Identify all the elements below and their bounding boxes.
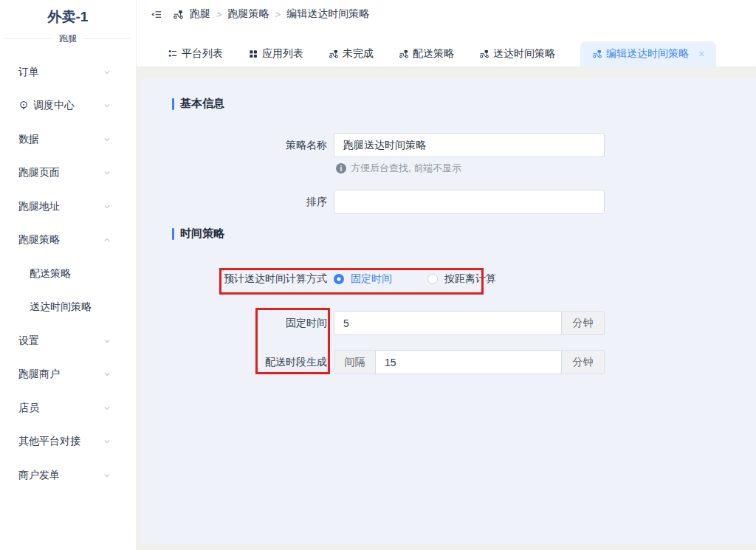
sidebar-item-label: 设置 <box>18 334 39 348</box>
interval-label: 配送时段生成 <box>142 356 327 369</box>
chevron-down-icon <box>103 437 111 446</box>
sidebar-item-paotui-address[interactable]: 跑腿地址 <box>0 190 136 224</box>
fixed-time-label: 固定时间 <box>142 317 327 330</box>
section-title-time-strategy: 时间策略 <box>172 227 224 241</box>
strategy-name-hint: i 方便后台查找, 前端不显示 <box>336 162 461 175</box>
section-title-basic-info: 基本信息 <box>172 97 224 111</box>
scooter-icon <box>329 49 339 59</box>
sidebar: 外卖-1 跑腿 订单 调度中心 数据 跑腿页面 <box>0 0 137 550</box>
sidebar-item-label: 店员 <box>18 402 39 415</box>
content-card: 基本信息 策略名称 i 方便后台查找, 前端不显示 排序 时间策略 预计送达时间… <box>142 79 756 544</box>
menu-fold-icon[interactable] <box>151 9 162 20</box>
divider <box>84 38 131 39</box>
tab-arrival-time-strategy[interactable]: 送达时间策略 <box>479 41 555 66</box>
tab-label: 编辑送达时间策略 <box>606 47 689 61</box>
chevron-down-icon <box>103 404 111 413</box>
sort-label: 排序 <box>142 196 327 209</box>
sidebar-menu: 订单 调度中心 数据 跑腿页面 跑腿地址 <box>0 55 136 492</box>
list-icon <box>168 49 178 59</box>
strategy-name-input[interactable] <box>334 133 605 157</box>
strategy-name-label: 策略名称 <box>142 139 327 152</box>
tab-unfinished[interactable]: 未完成 <box>329 41 374 66</box>
sidebar-item-label: 其他平台对接 <box>18 435 80 448</box>
sidebar-item-dispatch-center[interactable]: 调度中心 <box>0 89 136 123</box>
unit-addon: 分钟 <box>562 311 605 335</box>
chevron-down-icon <box>103 337 111 346</box>
radio-selected-icon[interactable] <box>334 274 344 284</box>
sidebar-item-settings[interactable]: 设置 <box>0 324 136 358</box>
section-title-label: 基本信息 <box>180 97 224 111</box>
breadcrumb: 跑腿 > 跑腿策略 > 编辑送达时间策略 <box>137 0 756 21</box>
tab-label: 送达时间策略 <box>493 47 555 61</box>
radio-option-by-distance[interactable]: 按距离计算 <box>427 272 496 286</box>
chevron-down-icon <box>103 370 111 379</box>
unit-addon: 分钟 <box>562 350 605 374</box>
sidebar-item-arrival-time-strategy[interactable]: 送达时间策略 <box>0 291 136 325</box>
section-accent-bar <box>172 98 174 110</box>
sidebar-item-paotui-strategy[interactable]: 跑腿策略 <box>0 224 136 258</box>
sidebar-item-merchant-order[interactable]: 商户发单 <box>0 458 136 492</box>
divider <box>4 38 52 39</box>
tab-label: 配送策略 <box>413 47 454 61</box>
scooter-icon <box>173 9 184 20</box>
sidebar-item-delivery-strategy[interactable]: 配送策略 <box>0 257 136 291</box>
radio-label: 固定时间 <box>351 272 392 286</box>
sidebar-item-label: 商户发单 <box>18 469 60 482</box>
chevron-down-icon <box>103 135 111 144</box>
sidebar-item-label: 数据 <box>18 133 39 146</box>
form-row-strategy-name: 策略名称 <box>142 133 605 157</box>
form-row-sort: 排序 <box>142 190 605 214</box>
location-pin-icon <box>18 100 29 111</box>
sidebar-item-other-platform[interactable]: 其他平台对接 <box>0 425 136 459</box>
interval-prefix-addon: 间隔 <box>334 350 375 374</box>
breadcrumb-item-edit: 编辑送达时间策略 <box>286 7 369 21</box>
tab-edit-arrival-time-strategy[interactable]: 编辑送达时间策略 × <box>580 41 716 66</box>
sidebar-item-label: 跑腿地址 <box>18 200 60 213</box>
sidebar-item-orders[interactable]: 订单 <box>0 55 136 89</box>
fixed-time-input[interactable] <box>334 311 562 335</box>
scooter-icon <box>592 49 602 59</box>
sidebar-item-label: 订单 <box>18 66 39 79</box>
tab-delivery-strategy[interactable]: 配送策略 <box>399 41 454 66</box>
grid-icon <box>248 49 258 59</box>
radio-label: 按距离计算 <box>444 272 496 286</box>
sidebar-item-label: 调度中心 <box>33 99 75 112</box>
tab-app-list[interactable]: 应用列表 <box>248 41 303 66</box>
breadcrumb-separator: > <box>216 9 222 20</box>
app-subtitle-label: 跑腿 <box>52 32 84 45</box>
form-row-fixed-time: 固定时间 分钟 <box>142 311 605 335</box>
tab-label: 未完成 <box>343 47 374 61</box>
sidebar-item-data[interactable]: 数据 <box>0 123 136 157</box>
tab-platform-list[interactable]: 平台列表 <box>168 41 223 66</box>
calc-method-label: 预计送达时间计算方式 <box>142 272 327 286</box>
form-row-calc-method: 预计送达时间计算方式 固定时间 按距离计算 <box>142 269 496 289</box>
interval-input-group: 间隔 分钟 <box>334 350 605 374</box>
sidebar-item-paotui-pages[interactable]: 跑腿页面 <box>0 157 136 190</box>
main-area: 跑腿 > 跑腿策略 > 编辑送达时间策略 平台列表 应用列表 <box>137 0 756 550</box>
topbar: 跑腿 > 跑腿策略 > 编辑送达时间策略 平台列表 应用列表 <box>137 0 756 66</box>
fixed-time-input-group: 分钟 <box>334 311 605 335</box>
section-title-label: 时间策略 <box>180 227 224 241</box>
sidebar-item-label: 跑腿策略 <box>18 233 60 247</box>
sort-input[interactable] <box>334 190 605 214</box>
breadcrumb-item-paotui[interactable]: 跑腿 <box>190 7 210 21</box>
interval-input[interactable] <box>375 350 562 374</box>
tab-bar: 平台列表 应用列表 未完成 配送策略 <box>137 41 756 66</box>
breadcrumb-separator: > <box>275 9 281 20</box>
sidebar-item-staff[interactable]: 店员 <box>0 391 136 425</box>
breadcrumb-item-strategy[interactable]: 跑腿策略 <box>228 7 269 21</box>
chevron-down-icon <box>103 202 111 211</box>
sidebar-item-label: 送达时间策略 <box>30 300 92 314</box>
app-subtitle: 跑腿 <box>4 32 131 45</box>
radio-option-fixed-time[interactable]: 固定时间 <box>334 272 392 286</box>
close-icon[interactable]: × <box>698 48 704 60</box>
chevron-down-icon <box>103 101 111 110</box>
form-row-interval: 配送时段生成 间隔 分钟 <box>142 350 605 374</box>
chevron-down-icon <box>103 471 111 480</box>
sidebar-item-paotui-merchant[interactable]: 跑腿商户 <box>0 358 136 392</box>
radio-unselected-icon[interactable] <box>427 274 438 284</box>
scooter-icon <box>479 49 489 59</box>
tab-label: 应用列表 <box>262 47 303 61</box>
chevron-up-icon <box>103 236 111 244</box>
app-title: 外卖-1 <box>0 0 136 27</box>
